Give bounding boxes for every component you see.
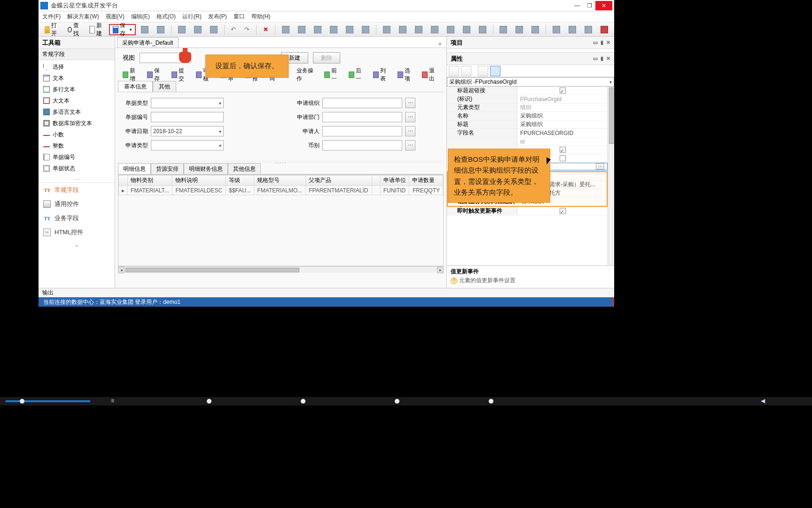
- tb-b1[interactable]: [380, 24, 394, 35]
- tb-misc-3[interactable]: [175, 24, 189, 35]
- prop-row[interactable]: 标题采购组织: [447, 120, 608, 129]
- tb-c3[interactable]: [528, 24, 542, 35]
- prop-row[interactable]: id: [447, 137, 608, 146]
- cat-controls[interactable]: 通用控件: [39, 197, 115, 211]
- more-button[interactable]: ⋯: [596, 163, 604, 170]
- panel-dock-icon[interactable]: ▭: [593, 40, 598, 46]
- tool-text[interactable]: 文本: [39, 72, 115, 84]
- ft-exit[interactable]: 退出: [420, 67, 441, 83]
- prop-row[interactable]: 元素类型组织: [447, 103, 608, 112]
- tool-integer[interactable]: 整数: [39, 140, 115, 151]
- tb-save[interactable]: 保存▾: [109, 24, 136, 35]
- checkbox-icon[interactable]: [560, 147, 566, 153]
- apply-dept-input[interactable]: [322, 112, 402, 122]
- minimize-button[interactable]: —: [571, 1, 583, 10]
- tb-d1[interactable]: [549, 24, 563, 35]
- tb-undo[interactable]: ↶: [227, 24, 239, 35]
- tool-bigtext[interactable]: 大文本: [39, 95, 115, 106]
- tb-b3[interactable]: [412, 24, 426, 35]
- applicant-lookup[interactable]: ⋯: [405, 126, 415, 136]
- tb-a4[interactable]: [327, 24, 341, 35]
- tb-misc-4[interactable]: [191, 24, 205, 35]
- tb-delete[interactable]: ✖: [260, 24, 272, 35]
- toolbox-expand[interactable]: ⌄: [39, 239, 115, 250]
- prop-row[interactable]: 即时触发更新事件: [447, 207, 608, 215]
- tb-d3[interactable]: [581, 24, 595, 35]
- tb-open[interactable]: 打开: [41, 24, 62, 35]
- panel-dock-icon-2[interactable]: ▭: [593, 56, 598, 62]
- ft-prev[interactable]: 前一: [322, 67, 343, 83]
- tb-a5[interactable]: [343, 24, 357, 35]
- menu-format[interactable]: 格式(O): [156, 13, 176, 21]
- tb-b4[interactable]: [428, 24, 442, 35]
- gtab-detail[interactable]: 明细信息: [118, 163, 151, 174]
- tb-b2[interactable]: [396, 24, 410, 35]
- tb-new[interactable]: 新建: [86, 24, 107, 35]
- cat-regular[interactable]: Tᴛ常规字段: [39, 183, 115, 197]
- tab-basic[interactable]: 基本信息: [118, 81, 153, 92]
- gtab-fin[interactable]: 明细财务信息: [184, 163, 228, 174]
- menu-help[interactable]: 帮助(H): [251, 13, 271, 21]
- tool-billstatus[interactable]: 单据状态: [39, 163, 115, 174]
- menu-edit[interactable]: 编辑(E): [131, 13, 150, 21]
- tool-billno[interactable]: 单据编号: [39, 151, 115, 163]
- apply-dept-lookup[interactable]: ⋯: [405, 112, 415, 122]
- prop-events-btn[interactable]: [490, 66, 500, 76]
- prop-page-btn[interactable]: [478, 66, 488, 76]
- detail-grid[interactable]: 物料类别物料说明等级 规格型号父项产品 申请单位申请数量 ▸ FMATERIAL…: [118, 175, 444, 266]
- cat-business[interactable]: Tᴛ业务字段: [39, 211, 115, 225]
- menu-solution[interactable]: 解决方案(W): [67, 13, 99, 21]
- panel-pin-icon-2[interactable]: ▮: [601, 56, 603, 62]
- menu-file[interactable]: 文件(F): [42, 13, 61, 21]
- billtype-combo[interactable]: [151, 98, 224, 108]
- tool-multitext[interactable]: 多行文本: [39, 84, 115, 95]
- gtab-other[interactable]: 其他信息: [228, 163, 261, 174]
- tb-a6[interactable]: [359, 24, 373, 35]
- apply-org-lookup[interactable]: ⋯: [405, 98, 415, 108]
- cat-html[interactable]: HHTML控件: [39, 225, 115, 239]
- tb-redo[interactable]: ↷: [241, 24, 253, 35]
- prop-row[interactable]: (标识)FPurchaseOrgId: [447, 95, 608, 103]
- ft-save[interactable]: 保存: [145, 67, 166, 83]
- ft-next[interactable]: 后一: [347, 67, 367, 83]
- tool-enctext[interactable]: 数据库加密文本: [39, 118, 115, 129]
- tb-a3[interactable]: [311, 24, 325, 35]
- ft-submit[interactable]: 提交: [170, 67, 190, 83]
- panel-pin-icon[interactable]: ▮: [601, 40, 603, 46]
- splitter[interactable]: [118, 160, 444, 163]
- close-button[interactable]: ✕: [595, 1, 612, 10]
- tb-misc-2[interactable]: [154, 24, 168, 35]
- apply-type-combo[interactable]: [151, 140, 224, 151]
- menu-run[interactable]: 运行(R): [182, 13, 202, 21]
- billno-input[interactable]: [151, 112, 224, 122]
- prop-az-btn[interactable]: [461, 66, 471, 76]
- currency-lookup[interactable]: ⋯: [405, 140, 415, 151]
- tb-b6[interactable]: [460, 24, 474, 35]
- prop-cat-btn[interactable]: [449, 66, 459, 76]
- tb-b7[interactable]: [476, 24, 490, 35]
- applicant-input[interactable]: [322, 126, 402, 136]
- checkbox-icon[interactable]: [560, 155, 566, 161]
- ft-new[interactable]: 新增: [121, 67, 141, 83]
- prop-row[interactable]: 标题超链接: [447, 87, 608, 95]
- checkbox-icon[interactable]: [560, 208, 566, 214]
- prop-row[interactable]: 名称采购组织: [447, 112, 608, 120]
- panel-close-icon[interactable]: ✕: [606, 40, 610, 46]
- gtab-source[interactable]: 货源安排: [151, 163, 184, 174]
- apply-org-input[interactable]: [322, 98, 402, 108]
- panel-close-icon-2[interactable]: ✕: [606, 56, 610, 62]
- tb-a1[interactable]: [279, 24, 293, 35]
- menu-window[interactable]: 窗口: [234, 13, 245, 21]
- scroll-left-icon[interactable]: ◂: [118, 267, 125, 273]
- tb-find[interactable]: 查找: [64, 24, 84, 35]
- ft-opts[interactable]: 选项: [396, 67, 416, 83]
- checkbox-icon[interactable]: [560, 87, 566, 94]
- tb-d2[interactable]: [565, 24, 579, 35]
- prop-vscroll[interactable]: [608, 87, 614, 265]
- restore-button[interactable]: ❐: [583, 1, 595, 10]
- tab-other[interactable]: 其他: [153, 81, 176, 92]
- tool-langtext[interactable]: 多语言文本: [39, 106, 115, 118]
- tb-misc-1[interactable]: [138, 24, 152, 35]
- prop-object-select[interactable]: 采购组织 -FPurchaseOrgId: [447, 77, 614, 87]
- toolbox-section[interactable]: 常规字段: [39, 49, 115, 60]
